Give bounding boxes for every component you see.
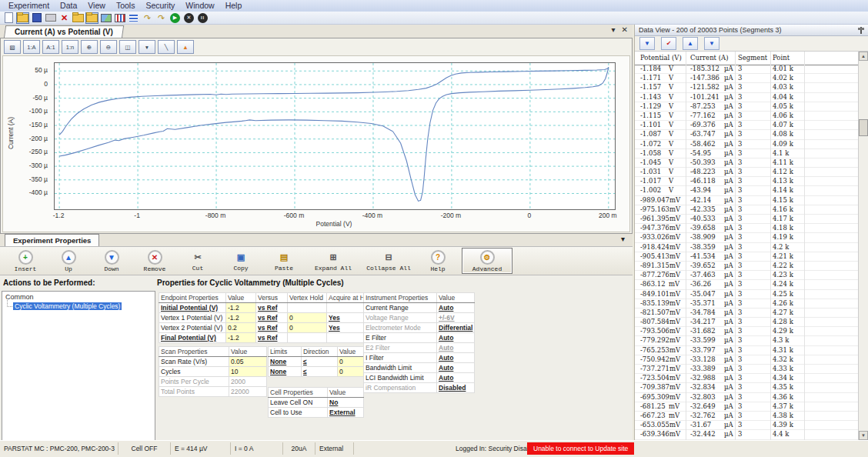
autoscale-y-icon[interactable]: 1:A [23, 40, 40, 54]
data-row[interactable]: -905.413mV-41.534µA34.21 k [635, 252, 859, 262]
cv-plot[interactable] [54, 62, 616, 210]
property-cell[interactable]: -1.2 [226, 313, 256, 323]
cut-button[interactable]: ✂Cut [179, 248, 217, 274]
property-cell[interactable]: 0.05 [229, 357, 267, 367]
zoom-out-icon[interactable]: ⊖ [100, 40, 117, 54]
axes-setup-icon[interactable]: ▧ [4, 40, 21, 54]
data-row[interactable]: -1.115V-77.162µA34.06 k [635, 112, 859, 121]
property-cell[interactable]: Auto [437, 353, 475, 363]
column-header-potential[interactable]: Potential (V) [640, 54, 682, 62]
data-row[interactable]: -863.12mV-36.26µA34.24 k [635, 280, 859, 289]
stop-icon[interactable]: ✕ [182, 12, 195, 24]
data-row[interactable]: -723.504mV-32.988µA34.34 k [635, 374, 859, 383]
data-row[interactable]: -877.276mV-37.463µA34.23 k [635, 271, 859, 280]
property-cell[interactable]: External [328, 408, 364, 418]
column-header-current[interactable]: Current (A) [690, 54, 729, 62]
data-row[interactable]: -1.031V-48.223µA34.12 k [635, 168, 859, 177]
property-cell[interactable]: ≤ [302, 367, 338, 377]
data-row[interactable]: -639.346mV-32.442µA34.4 k [635, 430, 859, 439]
property-cell[interactable]: +/-6V [437, 313, 475, 323]
filter-icon[interactable]: ▼ [639, 37, 655, 50]
data-row[interactable]: -1.058V-54.95µA34.1 k [635, 149, 859, 158]
property-cell[interactable]: None [269, 357, 302, 367]
menu-tools[interactable]: Tools [111, 0, 141, 12]
property-cell[interactable]: None [269, 367, 302, 377]
redo2-icon[interactable]: ↷ [155, 12, 168, 24]
tab-experiment-properties[interactable]: Experiment Properties [5, 234, 99, 246]
open-experiment-icon[interactable] [16, 12, 29, 24]
data-row[interactable]: -667.23mV-32.762µA34.38 k [635, 412, 859, 421]
data-row[interactable]: -737.271mV-33.389µA34.33 k [635, 365, 859, 374]
data-row[interactable]: -918.424mV-38.359µA34.2 k [635, 243, 859, 252]
data-row[interactable]: -709.387mV-32.834µA34.35 k [635, 383, 859, 392]
property-cell[interactable]: Auto [437, 373, 475, 383]
panel-dropdown-icon[interactable]: ▾ [621, 235, 625, 243]
export-folder-icon[interactable] [72, 12, 85, 24]
data-row[interactable]: -975.163mV-42.335µA34.16 k [635, 205, 859, 215]
data-row[interactable]: -835.139mV-35.371µA34.26 k [635, 299, 859, 309]
menu-window[interactable]: Window [180, 0, 219, 12]
data-row[interactable]: -750.942mV-33.128µA34.32 k [635, 355, 859, 365]
close-tab-icon[interactable]: ✕ [622, 25, 628, 34]
menu-experiment[interactable]: Experiment [3, 0, 55, 12]
property-cell[interactable]: Auto [437, 363, 475, 373]
pin-icon[interactable] [858, 27, 864, 34]
data-row[interactable]: -807.584mV-34.217µA34.28 k [635, 318, 859, 327]
property-cell[interactable]: -1.2 [226, 333, 256, 343]
data-row[interactable]: -793.506mV-31.682µA34.29 k [635, 327, 859, 336]
menu-security[interactable]: Security [140, 0, 180, 12]
print-icon[interactable] [44, 12, 57, 24]
scroll-top-icon[interactable]: ▲ [683, 37, 698, 50]
graph-view-icon[interactable] [113, 12, 126, 24]
property-cell[interactable]: Disabled [437, 383, 475, 393]
redo-icon[interactable]: ↷ [141, 12, 154, 24]
data-row[interactable]: -779.292mV-33.599µA34.3 k [635, 336, 859, 345]
data-row[interactable]: -1.171V-147.386µA34.02 k [635, 74, 859, 83]
property-cell[interactable]: vs Ref [256, 313, 288, 323]
tree-item-cyclic-voltammetry[interactable]: Cyclic Voltammetry (Multiple Cycles) [13, 302, 155, 310]
edit-points-icon[interactable]: ✔ [661, 37, 676, 50]
data-row[interactable]: -1.129V-87.253µA34.05 k [635, 102, 859, 112]
insert-button[interactable]: +Insert [6, 248, 45, 274]
delete-icon[interactable]: ✕ [58, 12, 71, 24]
property-cell[interactable]: -1.2 [226, 303, 256, 313]
property-cell[interactable]: 0.2 [226, 323, 256, 333]
menu-view[interactable]: View [82, 0, 111, 12]
property-cell[interactable]: 10 [229, 367, 267, 377]
data-row[interactable]: -1.184V-185.312µA34.01 k [635, 65, 859, 74]
slope-tool-icon[interactable]: ╲ [158, 40, 175, 54]
property-cell[interactable]: ≤ [302, 357, 338, 367]
list-view-icon[interactable] [127, 12, 140, 24]
image-export-icon[interactable] [99, 12, 112, 24]
data-row[interactable]: -765.253mV-33.797µA34.31 k [635, 346, 859, 355]
data-row[interactable]: -1.072V-58.462µA34.09 k [635, 140, 859, 149]
autoscale-x-icon[interactable]: A:1 [42, 40, 59, 54]
data-row[interactable]: -695.309mV-32.803µA34.36 k [635, 393, 859, 402]
property-cell[interactable]: Final Potential (V) [159, 333, 226, 343]
property-cell[interactable]: Auto [437, 303, 475, 313]
down-button[interactable]: ▼Down [92, 248, 131, 274]
data-folder-icon[interactable] [85, 12, 98, 24]
data-row[interactable]: -891.315mV-39.652µA34.22 k [635, 262, 859, 271]
property-cell[interactable]: vs Ref [256, 333, 288, 343]
data-row[interactable]: -1.017V-46.118µA34.13 k [635, 177, 859, 186]
scroll-up-icon[interactable]: ▲ [859, 52, 868, 61]
pan-icon[interactable]: ◫ [119, 40, 136, 54]
property-cell[interactable]: vs Ref [256, 323, 288, 333]
paste-button[interactable]: ▤Paste [265, 248, 303, 274]
pan-dropdown-icon[interactable]: ▾ [139, 40, 155, 54]
up-button[interactable]: ▲Up [49, 248, 88, 274]
menu-data[interactable]: Data [55, 0, 82, 12]
column-header-point[interactable]: Point [773, 54, 790, 62]
copy-button[interactable]: ▣Copy [222, 248, 260, 274]
pause-icon[interactable]: II [196, 12, 209, 24]
data-row[interactable]: -849.101mV-35.047µA34.25 k [635, 290, 859, 299]
menu-help[interactable]: Help [220, 0, 248, 12]
tab-current-vs-potential[interactable]: Current (A) vs Potential (V) [4, 25, 124, 38]
property-cell[interactable]: 0 [288, 323, 327, 333]
data-row[interactable]: -653.055mV-31.67µA34.39 k [635, 421, 859, 430]
scrollbar-thumb[interactable] [859, 119, 868, 136]
data-row[interactable]: -1.157V-121.582µA34.03 k [635, 83, 859, 92]
advanced-button[interactable]: ⚙Advanced [462, 248, 512, 274]
new-file-icon[interactable] [2, 12, 15, 24]
